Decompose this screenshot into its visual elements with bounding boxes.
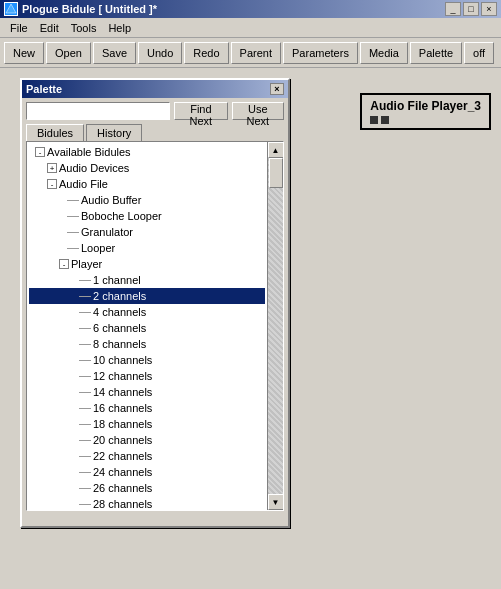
tree-item-label: 1 channel: [93, 274, 141, 286]
tree-item-label: Granulator: [81, 226, 133, 238]
audio-player-label: Audio File Player_3: [370, 99, 481, 113]
tab-history[interactable]: History: [86, 124, 142, 141]
tab-bidules[interactable]: Bidules: [26, 124, 84, 141]
off-button[interactable]: off: [464, 42, 494, 64]
tree-item[interactable]: Looper: [29, 240, 265, 256]
save-button[interactable]: Save: [93, 42, 136, 64]
palette-title: Palette: [26, 83, 270, 95]
tree-item[interactable]: Audio Buffer: [29, 192, 265, 208]
tree-item[interactable]: 24 channels: [29, 464, 265, 480]
tree-item[interactable]: -Player: [29, 256, 265, 272]
tree-item-label: 12 channels: [93, 370, 152, 382]
tree-item-label: 22 channels: [93, 450, 152, 462]
tree-item[interactable]: 6 channels: [29, 320, 265, 336]
tree-item-label: 4 channels: [93, 306, 146, 318]
tree-item[interactable]: -Available Bidules: [29, 144, 265, 160]
tree-item[interactable]: 22 channels: [29, 448, 265, 464]
main-area: Palette × Find Next Use Next Bidules His…: [0, 68, 501, 589]
menu-bar: File Edit Tools Help: [0, 18, 501, 38]
palette-window: Palette × Find Next Use Next Bidules His…: [20, 78, 290, 528]
tree-item-label: 24 channels: [93, 466, 152, 478]
scrollbar-down-button[interactable]: ▼: [268, 494, 284, 510]
tree-item[interactable]: 28 channels: [29, 496, 265, 510]
palette-title-bar: Palette ×: [22, 80, 288, 98]
tree-item[interactable]: 4 channels: [29, 304, 265, 320]
tree-item[interactable]: +Audio Devices: [29, 160, 265, 176]
menu-tools[interactable]: Tools: [65, 20, 103, 36]
tree-item-label: 10 channels: [93, 354, 152, 366]
tree-item-label: 18 channels: [93, 418, 152, 430]
scrollbar-track[interactable]: [268, 158, 283, 494]
tree-content: -Available Bidules+Audio Devices-Audio F…: [27, 142, 267, 510]
tree-item-label: Boboche Looper: [81, 210, 162, 222]
app-icon: [4, 2, 18, 16]
media-button[interactable]: Media: [360, 42, 408, 64]
audio-player-box: Audio File Player_3: [360, 93, 491, 130]
expand-icon[interactable]: -: [59, 259, 69, 269]
tree-item-label: Available Bidules: [47, 146, 131, 158]
undo-button[interactable]: Undo: [138, 42, 182, 64]
tree-item-label: 14 channels: [93, 386, 152, 398]
tree-item-label: 26 channels: [93, 482, 152, 494]
audio-player-indicators: [370, 116, 481, 124]
indicator-1: [370, 116, 378, 124]
tree-item[interactable]: 26 channels: [29, 480, 265, 496]
window-controls: _ □ ×: [445, 2, 497, 16]
new-button[interactable]: New: [4, 42, 44, 64]
tree-item[interactable]: 16 channels: [29, 400, 265, 416]
use-next-button[interactable]: Use Next: [232, 102, 284, 120]
open-button[interactable]: Open: [46, 42, 91, 64]
menu-edit[interactable]: Edit: [34, 20, 65, 36]
tree-item-label: 16 channels: [93, 402, 152, 414]
toolbar: New Open Save Undo Redo Parent Parameter…: [0, 38, 501, 68]
tree-container: -Available Bidules+Audio Devices-Audio F…: [26, 141, 284, 511]
tree-item-label: 20 channels: [93, 434, 152, 446]
tree-item-label: 2 channels: [93, 290, 146, 302]
tree-item-label: Audio Buffer: [81, 194, 141, 206]
palette-search-bar: Find Next Use Next: [22, 98, 288, 124]
scrollbar-thumb[interactable]: [269, 158, 283, 188]
close-button[interactable]: ×: [481, 2, 497, 16]
svg-marker-0: [6, 4, 16, 13]
palette-button[interactable]: Palette: [410, 42, 462, 64]
tree-item-label: Audio Devices: [59, 162, 129, 174]
indicator-2: [381, 116, 389, 124]
tree-item-label: Audio File: [59, 178, 108, 190]
minimize-button[interactable]: _: [445, 2, 461, 16]
menu-file[interactable]: File: [4, 20, 34, 36]
tree-item[interactable]: 20 channels: [29, 432, 265, 448]
tree-item[interactable]: 18 channels: [29, 416, 265, 432]
tree-item[interactable]: Granulator: [29, 224, 265, 240]
tree-item-label: Player: [71, 258, 102, 270]
tree-item[interactable]: 1 channel: [29, 272, 265, 288]
expand-icon[interactable]: +: [47, 163, 57, 173]
tree-item[interactable]: 2 channels: [29, 288, 265, 304]
expand-icon[interactable]: -: [47, 179, 57, 189]
menu-help[interactable]: Help: [102, 20, 137, 36]
palette-search-input[interactable]: [26, 102, 170, 120]
find-next-button[interactable]: Find Next: [174, 102, 228, 120]
tree-item[interactable]: Boboche Looper: [29, 208, 265, 224]
tree-item-label: 8 channels: [93, 338, 146, 350]
parent-button[interactable]: Parent: [231, 42, 281, 64]
scrollbar-up-button[interactable]: ▲: [268, 142, 284, 158]
redo-button[interactable]: Redo: [184, 42, 228, 64]
tree-item[interactable]: 14 channels: [29, 384, 265, 400]
tree-item[interactable]: -Audio File: [29, 176, 265, 192]
palette-close-button[interactable]: ×: [270, 83, 284, 95]
tree-item-label: Looper: [81, 242, 115, 254]
parameters-button[interactable]: Parameters: [283, 42, 358, 64]
tree-item-label: 6 channels: [93, 322, 146, 334]
tree-item[interactable]: 12 channels: [29, 368, 265, 384]
tree-item[interactable]: 10 channels: [29, 352, 265, 368]
tree-item[interactable]: 8 channels: [29, 336, 265, 352]
tree-scrollbar: ▲ ▼: [267, 142, 283, 510]
title-bar: Plogue Bidule [ Untitled ]* _ □ ×: [0, 0, 501, 18]
maximize-button[interactable]: □: [463, 2, 479, 16]
expand-icon[interactable]: -: [35, 147, 45, 157]
window-title: Plogue Bidule [ Untitled ]*: [22, 3, 445, 15]
tree-item-label: 28 channels: [93, 498, 152, 510]
